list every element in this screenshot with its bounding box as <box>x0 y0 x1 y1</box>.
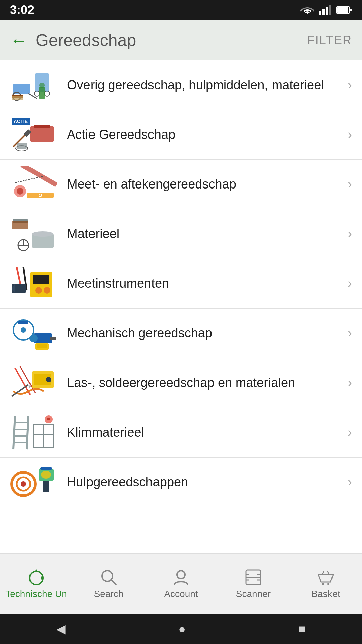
svg-rect-1 <box>322 9 325 15</box>
chevron-right-icon: › <box>348 376 352 390</box>
svg-rect-77 <box>43 481 49 492</box>
item-label: Mechanisch gereedschap <box>67 325 342 341</box>
android-back-button[interactable]: ◀ <box>56 622 66 636</box>
list-item[interactable]: ACTIE Actie Gereedschap › <box>0 110 362 160</box>
svg-line-61 <box>13 416 15 449</box>
nav-label-scanner: Scanner <box>236 589 271 599</box>
svg-point-27 <box>17 188 23 195</box>
item-label: Hulpgereedschappen <box>67 474 342 490</box>
item-thumbnail <box>10 365 57 401</box>
status-bar: 3:02 <box>0 0 362 20</box>
item-label: Las-, soldeergereedschap en materialen <box>67 375 342 391</box>
nav-item-basket[interactable]: Basket <box>290 569 362 599</box>
svg-rect-53 <box>37 344 47 348</box>
svg-point-43 <box>44 287 50 294</box>
svg-line-54 <box>15 368 30 395</box>
android-home-button[interactable]: ● <box>178 622 186 636</box>
svg-rect-78 <box>40 467 52 470</box>
chevron-right-icon: › <box>348 276 352 291</box>
svg-point-34 <box>32 231 53 237</box>
battery-icon <box>336 5 352 15</box>
svg-rect-3 <box>329 5 331 15</box>
nav-item-scanner[interactable]: Scanner <box>217 569 290 599</box>
item-thumbnail <box>10 216 57 253</box>
page-title: Gereedschap <box>36 31 307 50</box>
chevron-right-icon: › <box>348 227 352 241</box>
filter-button[interactable]: FILTER <box>307 33 352 47</box>
android-recent-button[interactable]: ■ <box>298 622 306 636</box>
svg-line-82 <box>111 580 116 585</box>
svg-rect-14 <box>12 96 23 100</box>
svg-rect-15 <box>39 87 45 99</box>
svg-marker-79 <box>34 569 38 572</box>
svg-rect-5 <box>337 7 348 13</box>
list-item[interactable]: Las-, soldeergereedschap en materialen › <box>0 358 362 408</box>
svg-text:ACTIE: ACTIE <box>14 119 28 124</box>
nav-label-home: Technische Un <box>5 589 67 599</box>
chevron-right-icon: › <box>348 326 352 340</box>
svg-point-47 <box>21 327 26 333</box>
account-icon <box>172 569 190 586</box>
search-icon <box>100 569 117 586</box>
item-label: Meet- en aftekengereedschap <box>67 176 342 193</box>
nav-label-search: Search <box>94 589 124 599</box>
item-thumbnail <box>10 67 57 104</box>
back-button[interactable]: ← <box>10 30 27 50</box>
list-item[interactable]: Klimmaterieel › <box>0 408 362 458</box>
android-navigation: ◀ ● ■ <box>0 614 362 644</box>
svg-point-92 <box>327 583 329 585</box>
svg-rect-2 <box>326 7 328 15</box>
item-thumbnail <box>10 414 57 451</box>
list-item[interactable]: Mechanisch gereedschap › <box>0 309 362 358</box>
chevron-right-icon: › <box>348 127 352 142</box>
item-thumbnail: ACTIE <box>10 116 57 153</box>
list-item[interactable]: Meet- en aftekengereedschap › <box>0 160 362 209</box>
status-time: 3:02 <box>10 3 34 17</box>
list-item[interactable]: Hulpgereedschappen › <box>0 458 362 507</box>
svg-rect-19 <box>30 126 54 142</box>
signal-icon <box>319 5 331 15</box>
scanner-icon <box>245 569 262 586</box>
item-thumbnail <box>10 166 57 203</box>
svg-point-42 <box>35 287 42 294</box>
list-item[interactable]: Meetinstrumenten › <box>0 259 362 309</box>
svg-line-62 <box>27 416 28 449</box>
svg-point-91 <box>322 583 324 585</box>
item-label: Overig gereedschap, hulpmiddelen, materi… <box>67 77 342 93</box>
category-list: Overig gereedschap, hulpmiddelen, materi… <box>0 60 362 553</box>
item-label: Materieel <box>67 226 342 242</box>
item-label: Klimmaterieel <box>67 424 342 441</box>
svg-rect-24 <box>17 143 27 149</box>
status-icons <box>300 5 352 15</box>
svg-point-16 <box>39 83 45 88</box>
nav-label-basket: Basket <box>311 589 340 599</box>
svg-rect-20 <box>34 125 50 128</box>
chevron-right-icon: › <box>348 425 352 440</box>
nav-item-account[interactable]: Account <box>145 569 217 599</box>
item-thumbnail <box>10 265 57 302</box>
header: ← Gereedschap FILTER <box>0 20 362 60</box>
nav-item-search[interactable]: Search <box>72 569 145 599</box>
wifi-icon <box>300 5 314 15</box>
svg-point-83 <box>177 571 185 579</box>
chevron-right-icon: › <box>348 78 352 92</box>
chevron-right-icon: › <box>348 475 352 489</box>
bottom-navigation: Technische Un Search Account Scanner <box>0 553 362 614</box>
svg-rect-71 <box>47 418 50 420</box>
svg-line-30 <box>15 176 44 183</box>
list-item[interactable]: Materieel › <box>0 209 362 259</box>
nav-item-home[interactable]: Technische Un <box>0 569 72 599</box>
svg-point-76 <box>41 471 51 479</box>
item-label: Actie Gereedschap <box>67 126 342 143</box>
item-thumbnail <box>10 464 57 501</box>
svg-rect-6 <box>350 9 352 11</box>
svg-point-50 <box>29 334 38 342</box>
svg-rect-25 <box>20 166 57 187</box>
basket-icon <box>317 569 335 586</box>
chevron-right-icon: › <box>348 177 352 192</box>
list-item[interactable]: Overig gereedschap, hulpmiddelen, materi… <box>0 60 362 110</box>
nav-label-account: Account <box>164 589 198 599</box>
svg-rect-48 <box>18 321 28 324</box>
svg-rect-41 <box>33 275 49 284</box>
svg-point-58 <box>46 377 51 382</box>
